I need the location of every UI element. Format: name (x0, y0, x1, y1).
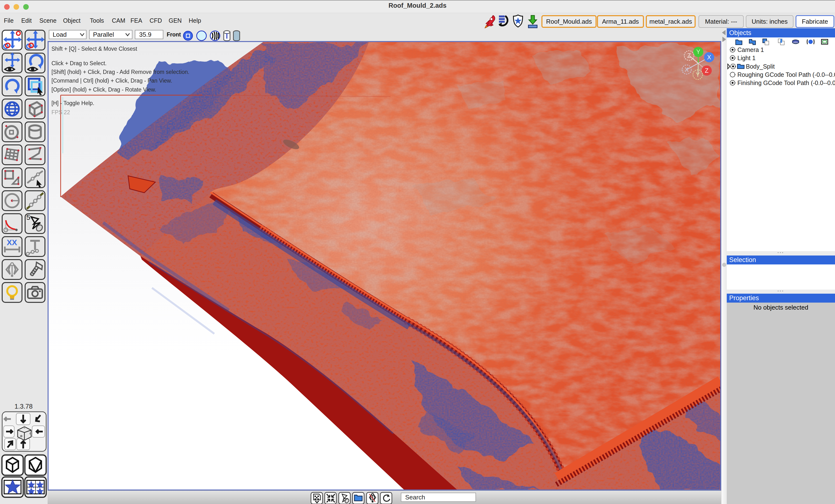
svg-text:5: 5 (26, 213, 30, 221)
svg-text:X: X (685, 66, 689, 73)
svg-text:Shift + [Q] - Select & Move Cl: Shift + [Q] - Select & Move Closest (52, 46, 137, 52)
svg-text:Light 1: Light 1 (737, 55, 755, 61)
svg-text:[Shift] (hold) + Click, Drag -: [Shift] (hold) + Click, Drag - Add Remov… (52, 69, 189, 75)
svg-text:Camera 1: Camera 1 (737, 46, 764, 53)
svg-text:Z: Z (705, 67, 708, 74)
svg-text:FPS 22: FPS 22 (52, 109, 70, 115)
svg-text:Z: Z (687, 52, 691, 59)
svg-text:Click + Drag to Select.: Click + Drag to Select. (52, 60, 106, 66)
svg-text:Y: Y (696, 48, 700, 55)
svg-text:Roughing GCode Tool Path (-0.0: Roughing GCode Tool Path (-0.0--0.0) (737, 71, 835, 78)
svg-text:[Command | Ctrl] (hold) + Clic: [Command | Ctrl] (hold) + Click, Drag - … (52, 78, 172, 84)
svg-text:Y: Y (696, 71, 700, 78)
svg-text:Body_Split: Body_Split (746, 63, 775, 70)
svg-text:X: X (707, 54, 711, 61)
svg-text:Finishing GCode Tool Path (-0.: Finishing GCode Tool Path (-0.0--0.0) (737, 80, 835, 86)
svg-text:[H] - Toggle Help.: [H] - Toggle Help. (52, 100, 94, 106)
svg-text:XX: XX (7, 238, 17, 247)
svg-text:[Option] (hold) + Click, Drag: [Option] (hold) + Click, Drag - Rotate V… (52, 86, 156, 93)
